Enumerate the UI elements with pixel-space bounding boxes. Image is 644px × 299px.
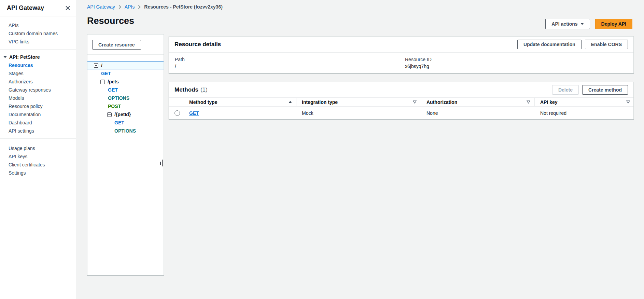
page-actions: API actions Deploy API bbox=[545, 19, 632, 29]
sidebar-item-resources[interactable]: Resources bbox=[0, 61, 76, 69]
resource-tree-panel: Create resource / GET /pets GET OPTIONS … bbox=[87, 34, 164, 275]
row-select-radio[interactable] bbox=[174, 110, 180, 116]
sidebar-item-gateway-responses[interactable]: Gateway responses bbox=[0, 86, 76, 94]
filter-icon bbox=[626, 100, 630, 104]
sidebar-header: API Gateway bbox=[0, 0, 76, 16]
breadcrumb: API Gateway APIs Resources - PetStore (f… bbox=[87, 4, 223, 10]
tree-row-method[interactable]: GET bbox=[87, 119, 164, 127]
sort-asc-icon bbox=[289, 101, 292, 103]
sidebar-item-resource-policy[interactable]: Resource policy bbox=[0, 102, 76, 110]
column-header-authorization[interactable]: Authorization bbox=[421, 98, 535, 106]
tree-method-label: GET bbox=[114, 120, 124, 125]
tree-resource-label: / bbox=[101, 63, 102, 68]
methods-header: Methods (1) Delete Create method bbox=[169, 82, 633, 97]
tree-row-method[interactable]: GET bbox=[87, 86, 164, 94]
page-title: Resources bbox=[87, 16, 134, 26]
methods-table-header: Method type Integration type Authorizati… bbox=[169, 97, 633, 107]
tree-resource-label: /{petId} bbox=[114, 112, 131, 117]
resource-id-value: x6jbsyq7hg bbox=[405, 64, 432, 69]
tree-row-root[interactable]: / bbox=[87, 62, 164, 69]
resource-tree-toolbar: Create resource bbox=[87, 35, 164, 55]
resource-details-title: Resource details bbox=[174, 41, 221, 48]
resource-id-label: Resource ID bbox=[405, 57, 432, 62]
resource-details-panel: Resource details Update documentation En… bbox=[169, 36, 634, 73]
path-field: Path / bbox=[169, 53, 399, 73]
tree-method-label: GET bbox=[108, 87, 118, 93]
chevron-right-icon bbox=[118, 5, 121, 9]
sidebar-item-usage-plans[interactable]: Usage plans bbox=[0, 144, 76, 152]
resource-details-header: Resource details Update documentation En… bbox=[169, 37, 633, 53]
resize-handle-icon[interactable] bbox=[160, 160, 163, 166]
path-label: Path bbox=[175, 57, 399, 62]
tree-method-label: GET bbox=[101, 71, 111, 76]
tree-row-petid[interactable]: /{petId} bbox=[87, 110, 164, 119]
filter-icon bbox=[527, 100, 530, 104]
methods-title: Methods bbox=[174, 86, 198, 93]
sidebar-item-client-certificates[interactable]: Client certificates bbox=[0, 161, 76, 169]
breadcrumb-apis[interactable]: APIs bbox=[125, 4, 135, 10]
resource-details-body: Path / Resource ID x6jbsyq7hg bbox=[169, 53, 633, 73]
api-actions-button[interactable]: API actions bbox=[545, 19, 590, 29]
api-key-cell: Not required bbox=[535, 110, 634, 116]
sidebar-item-api-settings[interactable]: API settings bbox=[0, 127, 76, 135]
path-value: / bbox=[175, 64, 399, 69]
collapse-minus-icon[interactable] bbox=[94, 63, 98, 68]
sidebar-item-authorizers[interactable]: Authorizers bbox=[0, 78, 76, 86]
tree-row-method[interactable]: OPTIONS bbox=[87, 127, 164, 135]
breadcrumb-current: Resources - PetStore (fozvv2xy36) bbox=[144, 4, 223, 10]
collapse-minus-icon[interactable] bbox=[107, 112, 112, 117]
create-method-button[interactable]: Create method bbox=[582, 85, 628, 95]
sidebar-api-nav: Resources Stages Authorizers Gateway res… bbox=[0, 61, 76, 135]
sidebar-item-dashboard[interactable]: Dashboard bbox=[0, 119, 76, 127]
tree-method-label: OPTIONS bbox=[108, 95, 129, 101]
tree-row-method[interactable]: GET bbox=[87, 69, 164, 78]
column-header-method-type[interactable]: Method type bbox=[185, 98, 296, 106]
create-resource-button[interactable]: Create resource bbox=[92, 40, 141, 50]
caret-down-icon bbox=[580, 23, 584, 25]
table-row: GET Mock None Not required bbox=[169, 107, 633, 119]
sidebar-item-documentation[interactable]: Documentation bbox=[0, 110, 76, 119]
sidebar-section-label: API: PetStore bbox=[9, 54, 40, 60]
caret-down-icon bbox=[3, 56, 7, 58]
sidebar-divider bbox=[0, 138, 76, 139]
sidebar-item-models[interactable]: Models bbox=[0, 94, 76, 102]
methods-panel: Methods (1) Delete Create method Method … bbox=[169, 82, 634, 119]
sidebar-item-apis[interactable]: APIs bbox=[0, 21, 76, 29]
api-actions-label: API actions bbox=[551, 21, 577, 27]
sidebar-item-vpc-links[interactable]: VPC links bbox=[0, 38, 76, 46]
tree-resource-label: /pets bbox=[108, 79, 119, 84]
enable-cors-button[interactable]: Enable CORS bbox=[585, 40, 628, 49]
sidebar-top-nav: APIs Custom domain names VPC links bbox=[0, 16, 76, 46]
sidebar-item-stages[interactable]: Stages bbox=[0, 69, 76, 78]
tree-row-method[interactable]: OPTIONS bbox=[87, 94, 164, 102]
resource-tree: / GET /pets GET OPTIONS POST /{petId} GE… bbox=[87, 55, 164, 135]
methods-count: (1) bbox=[200, 86, 208, 93]
column-header-api-key[interactable]: API key bbox=[535, 98, 634, 106]
sidebar-item-settings[interactable]: Settings bbox=[0, 169, 76, 177]
chevron-right-icon bbox=[138, 5, 141, 9]
authorization-cell: None bbox=[421, 110, 535, 116]
collapse-minus-icon[interactable] bbox=[100, 80, 105, 84]
tree-method-label: OPTIONS bbox=[114, 128, 136, 134]
sidebar-item-api-keys[interactable]: API keys bbox=[0, 152, 76, 161]
filter-icon bbox=[413, 100, 417, 104]
integration-type-cell: Mock bbox=[296, 110, 421, 116]
tree-row-method[interactable]: POST bbox=[87, 102, 164, 110]
delete-button[interactable]: Delete bbox=[552, 85, 579, 95]
sidebar: API Gateway APIs Custom domain names VPC… bbox=[0, 0, 76, 299]
breadcrumb-api-gateway[interactable]: API Gateway bbox=[87, 4, 115, 10]
method-get-link[interactable]: GET bbox=[189, 110, 199, 116]
sidebar-bottom-nav: Usage plans API keys Client certificates… bbox=[0, 142, 76, 177]
close-icon[interactable] bbox=[65, 5, 70, 11]
tree-row-pets[interactable]: /pets bbox=[87, 78, 164, 86]
column-header-integration-type[interactable]: Integration type bbox=[296, 98, 421, 106]
tree-method-label: POST bbox=[108, 104, 121, 109]
deploy-api-button[interactable]: Deploy API bbox=[595, 19, 632, 29]
sidebar-title: API Gateway bbox=[7, 4, 44, 12]
sidebar-section-api-petstore[interactable]: API: PetStore bbox=[0, 53, 76, 61]
resource-id-field: Resource ID x6jbsyq7hg bbox=[399, 53, 432, 73]
update-documentation-button[interactable]: Update documentation bbox=[517, 40, 582, 49]
sidebar-item-custom-domain-names[interactable]: Custom domain names bbox=[0, 29, 76, 38]
sidebar-divider bbox=[0, 49, 76, 50]
